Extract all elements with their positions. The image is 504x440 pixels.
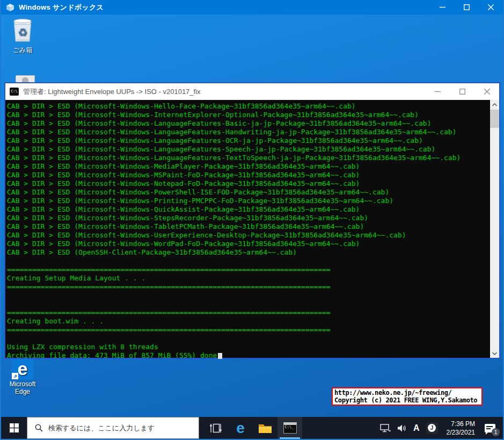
taskbar-search-box[interactable]	[27, 417, 199, 439]
console-cursor	[218, 353, 222, 359]
desktop-icon-recycle-bin[interactable]: ♻ ごみ箱	[3, 18, 42, 55]
cmd-icon: C:\	[10, 88, 19, 96]
cmd-minimize-button[interactable]	[425, 83, 450, 100]
start-button[interactable]	[1, 417, 27, 439]
ime-mode-indicator[interactable]: A	[410, 417, 423, 439]
credit-copyright: Copyright (c) 2021 FREE WING,Y.Sakamoto	[334, 396, 480, 404]
credit-url: http://www.neko.ne.jp/~freewing/	[334, 389, 480, 396]
sandbox-window-title: Windows サンドボックス	[19, 3, 104, 12]
cmd-console-area: CAB > DIR > ESD (Microsoft-Windows-Hello…	[5, 100, 499, 358]
cmd-close-button[interactable]	[474, 83, 499, 100]
sandbox-window: Windows サンドボックス ♻ ごみ箱 e ↗	[0, 0, 504, 440]
edge-shortcut-label: Microsoft Edge	[3, 380, 42, 395]
taskbar-edge-button[interactable]: e	[228, 417, 253, 439]
network-tray-icon[interactable]	[377, 417, 394, 439]
task-view-button[interactable]	[203, 417, 228, 439]
cmd-titlebar[interactable]: C:\ 管理者: Lightweight Envelope UUPs -> IS…	[5, 83, 499, 100]
sandbox-close-button[interactable]	[479, 0, 503, 15]
shortcut-arrow-icon: ↗	[12, 373, 18, 379]
volume-tray-icon[interactable]	[394, 417, 410, 439]
windows-logo-icon	[10, 423, 19, 432]
speaker-icon	[397, 424, 407, 432]
taskbar-explorer-button[interactable]	[253, 417, 277, 439]
edge-icon: e ↗	[12, 358, 33, 379]
system-tray: A J 7:36 PM 2/23/2021 1	[377, 417, 503, 439]
windows-sandbox-icon	[6, 3, 14, 12]
cmd-icon: C:\_	[283, 422, 297, 434]
console-scrollbar[interactable]	[490, 100, 499, 358]
cmd-maximize-button[interactable]	[450, 83, 474, 100]
cmd-window: C:\ 管理者: Lightweight Envelope UUPs -> IS…	[4, 82, 500, 359]
scrollbar-down-arrow[interactable]	[490, 349, 499, 358]
recycle-bin-icon: ♻	[12, 18, 33, 42]
sandbox-minimize-button[interactable]	[430, 0, 455, 15]
credit-box: http://www.neko.ne.jp/~freewing/ Copyrig…	[332, 387, 483, 406]
folder-icon	[258, 423, 272, 434]
console-output: CAB > DIR > ESD (Microsoft-Windows-Hello…	[5, 100, 490, 358]
clock-time: 7:36 PM	[451, 420, 475, 428]
network-icon	[380, 424, 391, 432]
recycle-bin-label: ごみ箱	[3, 46, 42, 55]
ime-j-icon: J	[426, 422, 438, 434]
svg-text:♻: ♻	[18, 26, 27, 39]
edge-icon: e	[236, 420, 245, 436]
notification-badge: 1	[492, 428, 500, 436]
scrollbar-thumb[interactable]	[490, 110, 499, 128]
search-icon	[35, 424, 43, 432]
action-center-button[interactable]: 1	[480, 417, 503, 439]
desktop-icon-microsoft-edge[interactable]: e ↗ Microsoft Edge	[3, 358, 42, 395]
scrollbar-up-arrow[interactable]	[490, 100, 499, 109]
ime-language-icon[interactable]: J	[423, 417, 441, 439]
task-view-icon	[210, 423, 222, 433]
search-input[interactable]	[48, 424, 199, 432]
sandbox-maximize-button[interactable]	[455, 0, 479, 15]
taskbar-cmd-button[interactable]: C:\_	[277, 417, 302, 439]
clock-date: 2/23/2021	[447, 428, 475, 437]
cmd-window-title: 管理者: Lightweight Envelope UUPs -> ISO - …	[23, 87, 201, 97]
taskbar-clock[interactable]: 7:36 PM 2/23/2021	[441, 417, 480, 439]
sandbox-titlebar[interactable]: Windows サンドボックス	[1, 0, 503, 15]
taskbar: e C:\_	[1, 417, 503, 439]
